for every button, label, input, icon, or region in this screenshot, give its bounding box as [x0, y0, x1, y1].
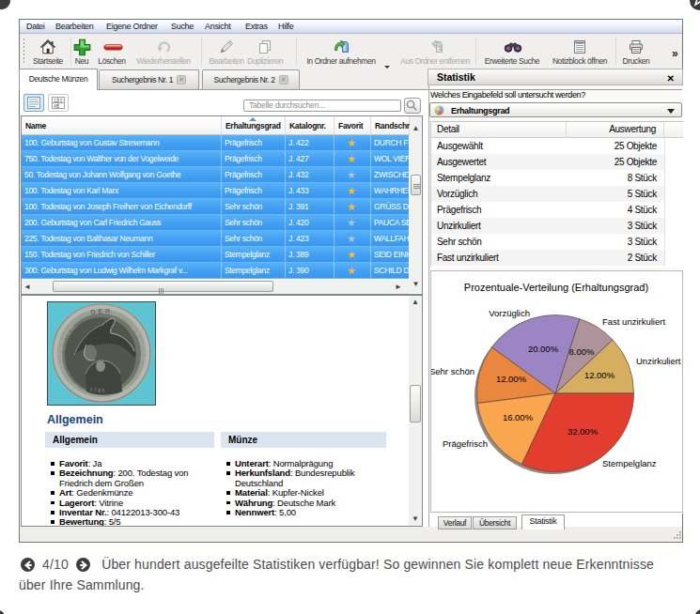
svg-text:12.00%: 12.00%	[584, 370, 615, 380]
svg-text:16.00%: 16.00%	[503, 412, 534, 422]
svg-text:20.00%: 20.00%	[528, 344, 559, 354]
svg-text:12.00%: 12.00%	[496, 374, 527, 384]
svg-text:8.00%: 8.00%	[569, 346, 595, 357]
svg-text:Sehr schön: Sehr schön	[431, 366, 474, 376]
svg-text:45: 45	[54, 103, 59, 109]
svg-text:Fast unzirkuliert: Fast unzirkuliert	[602, 316, 665, 327]
svg-text:32.00%: 32.00%	[568, 426, 599, 437]
svg-text:3: 3	[60, 98, 63, 103]
svg-text:Vorzüglich: Vorzüglich	[489, 308, 530, 318]
svg-text:Stempelglanz: Stempelglanz	[602, 458, 657, 468]
svg-text:Unzirkuliert: Unzirkuliert	[636, 356, 681, 366]
svg-text:Prägefrisch: Prägefrisch	[443, 438, 488, 449]
